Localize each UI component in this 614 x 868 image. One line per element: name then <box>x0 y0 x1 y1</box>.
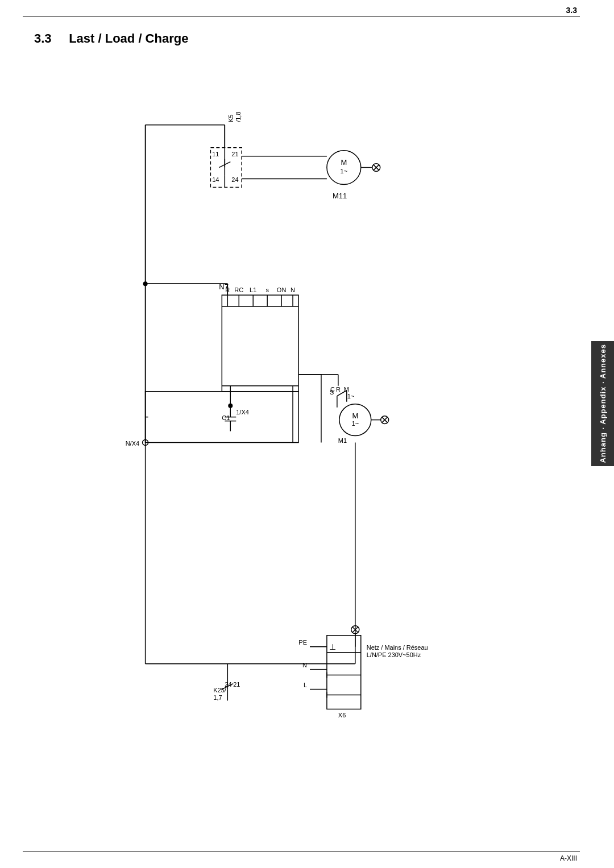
svg-text:RC: RC <box>234 286 243 293</box>
svg-text:K5: K5 <box>227 114 234 122</box>
svg-text:1~: 1~ <box>352 420 359 427</box>
section-title: Last / Load / Charge <box>69 31 188 45</box>
svg-text:1~: 1~ <box>341 168 348 175</box>
svg-text:X6: X6 <box>338 712 346 719</box>
svg-text:M: M <box>341 158 347 167</box>
svg-text:L/N/PE 230V~50Hz: L/N/PE 230V~50Hz <box>367 651 421 658</box>
svg-rect-26 <box>222 295 298 392</box>
circuit-diagram: .line { stroke: #000; stroke-width: 1.5;… <box>34 68 574 834</box>
svg-text:R: R <box>336 386 341 393</box>
svg-text:N: N <box>291 286 295 293</box>
page-number-bottom: A-XIII <box>560 854 577 862</box>
svg-text:C: C <box>330 386 335 393</box>
page-number-top: 3.3 <box>566 6 577 15</box>
svg-text:N: N <box>302 662 307 668</box>
svg-text:11: 11 <box>212 151 219 157</box>
top-border-line <box>23 16 580 16</box>
svg-text:N/X4: N/X4 <box>126 440 139 447</box>
svg-text:L1: L1 <box>250 286 256 293</box>
svg-text:1,7: 1,7 <box>213 694 222 701</box>
svg-text:M1: M1 <box>338 437 347 444</box>
svg-text:21: 21 <box>231 151 238 157</box>
svg-text:21: 21 <box>233 681 240 688</box>
side-tab: Anhang · Appendix · Annexes <box>591 341 614 466</box>
section-number: 3.3 <box>34 31 52 45</box>
svg-text:M: M <box>352 412 358 420</box>
svg-text:L: L <box>304 682 307 688</box>
svg-text:M11: M11 <box>333 192 347 200</box>
svg-text:1~: 1~ <box>347 393 355 400</box>
svg-text:s: s <box>265 286 269 293</box>
svg-text:1/X4: 1/X4 <box>236 409 249 416</box>
circuit-svg: .line { stroke: #000; stroke-width: 1.5;… <box>34 68 574 834</box>
svg-text:Netz / Mains / Réseau: Netz / Mains / Réseau <box>367 644 428 651</box>
bottom-border-line <box>23 852 580 852</box>
svg-text:PE: PE <box>298 639 307 646</box>
svg-text:ON: ON <box>277 286 287 293</box>
svg-point-108 <box>143 281 148 286</box>
svg-text:24: 24 <box>231 176 238 183</box>
svg-text:⊥: ⊥ <box>329 642 336 651</box>
section-heading: 3.3 Last / Load / Charge <box>34 31 188 46</box>
svg-text:/1,8: /1,8 <box>235 111 242 122</box>
side-tab-label: Anhang · Appendix · Annexes <box>599 344 607 463</box>
svg-text:C1: C1 <box>222 414 230 421</box>
svg-text:14: 14 <box>212 176 219 183</box>
